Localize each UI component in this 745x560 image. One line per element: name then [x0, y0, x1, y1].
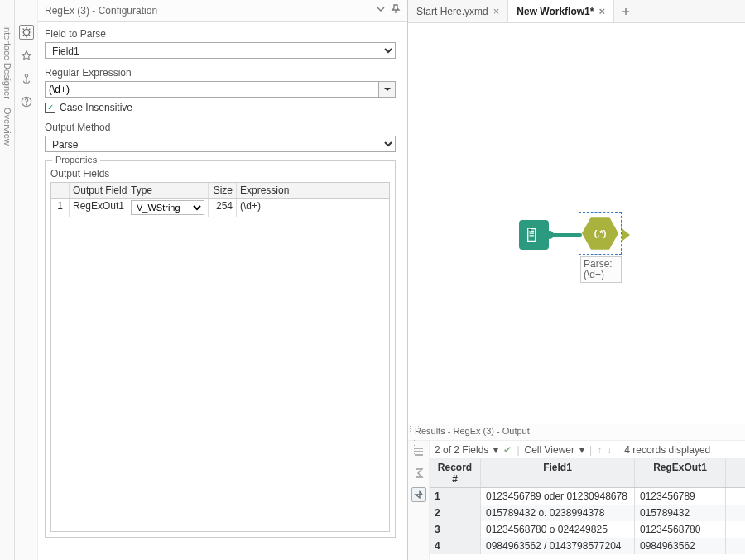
- workflow-tabs: Start Here.yxmd × New Workflow1* ×: [408, 0, 745, 23]
- arrow-up-icon[interactable]: ↑: [597, 444, 602, 456]
- collapse-icon[interactable]: [376, 4, 386, 17]
- left-sidebar: Interface Designer Overview: [0, 0, 15, 560]
- output-fields-grid: Output Field Type Size Expression 1 RegE…: [50, 182, 390, 532]
- field-to-parse-select[interactable]: Field1: [45, 42, 396, 59]
- regex-label: Regular Expression: [45, 67, 396, 79]
- nav-icon[interactable]: [19, 48, 34, 63]
- col-regexout1[interactable]: RegExOut1: [635, 459, 726, 487]
- output-fields-row[interactable]: 1 RegExOut1 V_WString 254 (\d+): [51, 199, 389, 217]
- regex-tool-label: Parse: (\d+): [580, 256, 622, 283]
- configuration-panel: RegEx (3) - Configuration Field to Parse…: [15, 0, 408, 560]
- config-side-icons: [15, 0, 38, 560]
- svg-point-0: [23, 30, 29, 36]
- help-icon[interactable]: [19, 94, 34, 109]
- right-panel: Start Here.yxmd × New Workflow1* × (.*) …: [408, 0, 745, 560]
- cell-field1: 01234568780 o 024249825: [481, 521, 635, 538]
- cell-regexout1: 015789432: [635, 505, 726, 521]
- results-row[interactable]: 10123456789 oder 012309486780123456789: [430, 488, 745, 505]
- fields-count[interactable]: 2 of 2 Fields: [435, 444, 488, 456]
- grid-header-index[interactable]: [51, 183, 70, 198]
- col-record[interactable]: Record #: [430, 459, 481, 487]
- sigma-icon[interactable]: [411, 466, 426, 481]
- drag-handle-icon[interactable]: ⋯⋯: [410, 439, 417, 456]
- output-method-select[interactable]: Parse: [45, 136, 396, 152]
- regex-tool-text: (.*): [594, 228, 607, 238]
- svg-point-3: [26, 104, 26, 105]
- grid-header-output-field[interactable]: Output Field: [70, 183, 127, 198]
- output-method-label: Output Method: [45, 122, 396, 133]
- case-insensitive-label: Case Insensitive: [60, 102, 132, 113]
- dropdown-icon[interactable]: ▾: [493, 444, 498, 456]
- regex-tool[interactable]: (.*): [582, 215, 618, 251]
- tab-label: New Workflow1*: [517, 6, 594, 17]
- regex-dropdown-button[interactable]: [379, 81, 396, 98]
- drag-handle-icon[interactable]: ⋮⋮: [406, 426, 423, 433]
- grid-header-type[interactable]: Type: [127, 183, 209, 198]
- regex-input[interactable]: [45, 81, 379, 98]
- row-type-select[interactable]: V_WString: [131, 200, 204, 215]
- case-insensitive-checkbox[interactable]: ✓: [45, 103, 55, 113]
- tab-label: Start Here.yxmd: [416, 6, 488, 17]
- tab-start-here[interactable]: Start Here.yxmd ×: [408, 0, 508, 22]
- grid-header-expression[interactable]: Expression: [237, 183, 389, 198]
- cell-record: 3: [430, 521, 481, 538]
- data-icon[interactable]: [411, 487, 426, 502]
- row-expression[interactable]: (\d+): [237, 199, 389, 217]
- row-size[interactable]: 254: [209, 199, 237, 217]
- results-panel: ⋮⋮ Results - RegEx (3) - Output ⋯⋯ 2 of …: [408, 424, 745, 560]
- results-row[interactable]: 301234568780 o 02424982501234568780: [430, 521, 745, 538]
- properties-legend: Properties: [52, 155, 100, 165]
- text-input-tool[interactable]: [519, 220, 549, 250]
- records-count: 4 records displayed: [624, 444, 710, 456]
- results-row[interactable]: 40984963562 / 01437985772040984963562: [430, 538, 745, 554]
- properties-fieldset: Properties Output Fields Output Field Ty…: [45, 160, 396, 538]
- cell-field1: 015789432 o. 0238994378: [481, 505, 635, 521]
- row-index: 1: [51, 199, 70, 217]
- close-icon[interactable]: ×: [493, 6, 500, 17]
- config-title: RegEx (3) - Configuration: [45, 5, 376, 17]
- anchor-icon[interactable]: [19, 71, 34, 86]
- add-tab-button[interactable]: [614, 0, 637, 22]
- wrench-icon[interactable]: [19, 25, 34, 40]
- svg-point-1: [25, 74, 28, 78]
- cell-record: 4: [430, 538, 481, 554]
- results-side-icons: [408, 441, 430, 560]
- check-icon[interactable]: ✔: [503, 444, 512, 456]
- cell-record: 2: [430, 505, 481, 521]
- sidebar-tab-interface-designer[interactable]: Interface Designer: [2, 25, 12, 99]
- output-anchor[interactable]: [622, 228, 630, 242]
- workflow-canvas[interactable]: (.*) Parse: (\d+): [408, 23, 745, 424]
- config-header: RegEx (3) - Configuration: [38, 0, 407, 22]
- results-row[interactable]: 2015789432 o. 0238994378015789432: [430, 505, 745, 521]
- cell-regexout1: 01234568780: [635, 521, 726, 538]
- grid-header-size[interactable]: Size: [209, 183, 237, 198]
- dropdown-icon[interactable]: ▾: [579, 444, 584, 456]
- row-output-field[interactable]: RegExOut1: [70, 199, 127, 217]
- sidebar-tab-overview[interactable]: Overview: [2, 108, 12, 146]
- close-icon[interactable]: ×: [598, 6, 605, 17]
- tab-new-workflow[interactable]: New Workflow1* ×: [508, 0, 614, 22]
- results-title: Results - RegEx (3) - Output: [408, 424, 745, 441]
- results-grid: Record # Field1 RegExOut1 10123456789 od…: [430, 459, 745, 560]
- cell-field1: 0984963562 / 0143798577204: [481, 538, 635, 554]
- col-field1[interactable]: Field1: [481, 459, 635, 487]
- regex-tool-selected[interactable]: (.*): [579, 212, 622, 255]
- connector[interactable]: [549, 233, 582, 237]
- field-to-parse-label: Field to Parse: [45, 28, 396, 40]
- pin-icon[interactable]: [391, 4, 401, 17]
- arrow-down-icon[interactable]: ↓: [607, 444, 612, 456]
- cell-regexout1: 0984963562: [635, 538, 726, 554]
- cell-regexout1: 0123456789: [635, 488, 726, 505]
- output-fields-label: Output Fields: [50, 168, 390, 179]
- cell-record: 1: [430, 488, 481, 505]
- row-type[interactable]: V_WString: [127, 199, 209, 217]
- cell-field1: 0123456789 oder 01230948678: [481, 488, 635, 505]
- cell-viewer-label[interactable]: Cell Viewer: [525, 444, 574, 456]
- results-toolbar: 2 of 2 Fields ▾ ✔ | Cell Viewer ▾ | ↑ ↓ …: [430, 441, 745, 459]
